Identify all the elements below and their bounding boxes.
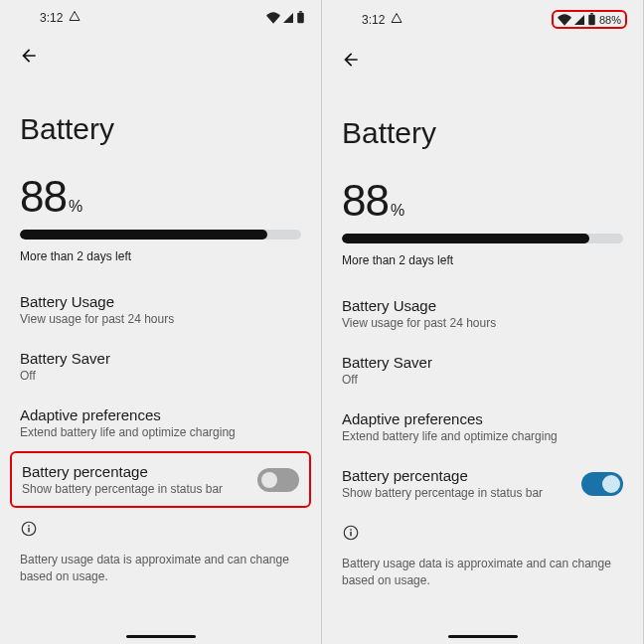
nav-handle[interactable] [448,635,518,638]
row-sub: Off [342,373,623,387]
estimate-text: More than 2 days left [322,249,643,285]
battery-pct-value: 88 [20,172,67,222]
row-adaptive-preferences[interactable]: Adaptive preferences Extend battery life… [322,399,643,455]
status-bar: 3:12 [0,0,321,31]
battery-percentage-toggle[interactable] [581,472,623,496]
row-sub: View usage for past 24 hours [342,316,623,330]
row-title: Battery Saver [342,354,623,371]
wifi-icon [266,12,280,24]
nav-handle[interactable] [126,635,196,638]
row-title: Battery Saver [20,350,301,367]
phone-left: 3:12 Battery 88 % More than 2 day [0,0,322,644]
row-title: Adaptive preferences [342,410,623,427]
footer-text: Battery usage data is approximate and ca… [322,552,643,599]
status-icons-right: 88% [552,10,627,29]
row-battery-saver[interactable]: Battery Saver Off [322,342,643,399]
status-bar: 3:12 88% [322,0,643,35]
estimate-text: More than 2 days left [0,245,321,281]
status-battery-pct: 88% [599,14,621,26]
signal-icon [282,12,294,24]
signal-icon [573,14,585,26]
row-sub: Show battery percentage in status bar [342,486,569,500]
status-icons-right [266,11,305,24]
battery-pct-symbol: % [391,202,404,220]
row-sub: Extend battery life and optimize chargin… [20,425,301,439]
row-title: Adaptive preferences [20,406,301,423]
row-title: Battery Usage [342,297,623,314]
status-time: 3:12 [362,13,385,27]
svg-rect-5 [588,15,595,26]
back-button[interactable] [18,45,40,67]
battery-level: 88 % [322,176,643,226]
svg-rect-9 [350,529,352,531]
row-sub: Show battery percentage in status bar [22,482,245,496]
row-title: Battery percentage [22,463,245,480]
svg-rect-8 [350,532,352,537]
battery-pct-symbol: % [69,198,82,216]
back-button[interactable] [340,49,362,71]
battery-icon [296,11,305,24]
row-battery-usage[interactable]: Battery Usage View usage for past 24 hou… [0,281,321,338]
status-time: 3:12 [40,11,63,25]
battery-level: 88 % [0,172,321,222]
svg-rect-6 [590,13,592,15]
page-title: Battery [322,71,643,176]
row-battery-percentage[interactable]: Battery percentage Show battery percenta… [322,455,643,512]
wifi-icon [558,14,571,26]
battery-bar [0,222,321,245]
row-adaptive-preferences[interactable]: Adaptive preferences Extend battery life… [0,395,321,451]
svg-rect-0 [297,13,304,24]
battery-bar-fill [20,230,267,240]
info-icon[interactable] [0,508,321,548]
info-icon[interactable] [322,512,643,552]
row-sub: View usage for past 24 hours [20,312,301,326]
row-battery-usage[interactable]: Battery Usage View usage for past 24 hou… [322,285,643,342]
row-battery-percentage[interactable]: Battery percentage Show battery percenta… [10,451,311,508]
row-sub: Extend battery life and optimize chargin… [342,429,623,443]
footer-text: Battery usage data is approximate and ca… [0,548,321,595]
row-sub: Off [20,369,301,383]
svg-rect-4 [28,525,30,527]
row-title: Battery Usage [20,293,301,310]
battery-bar-fill [342,234,589,243]
triangle-alert-icon [69,10,80,25]
row-battery-saver[interactable]: Battery Saver Off [0,338,321,395]
battery-percentage-toggle[interactable] [257,468,299,492]
battery-pct-value: 88 [342,176,389,226]
page-title: Battery [0,67,321,172]
svg-rect-3 [28,528,30,533]
battery-icon [587,13,596,26]
svg-rect-1 [299,11,301,13]
battery-bar [322,226,643,249]
phone-right: 3:12 88% Battery 88 % More [322,0,644,644]
triangle-alert-icon [391,12,402,27]
row-title: Battery percentage [342,467,569,484]
